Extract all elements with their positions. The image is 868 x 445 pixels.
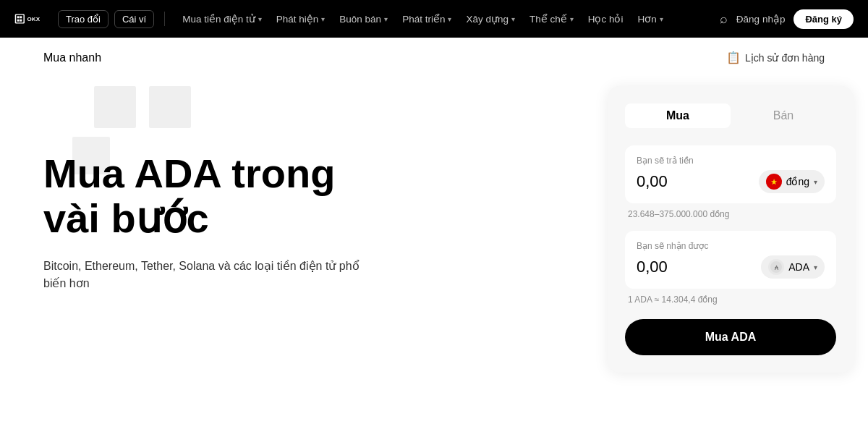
page-header: Mua nhanh 📋 Lịch sử đơn hàng bbox=[0, 38, 868, 64]
chevron-down-icon: ▾ bbox=[384, 15, 388, 23]
nav-right: ⌕ Đăng nhập Đăng ký bbox=[720, 9, 854, 29]
nav-item-more[interactable]: Hơn ▾ bbox=[630, 13, 670, 25]
nav-item-discover[interactable]: Phát hiện ▾ bbox=[269, 13, 333, 25]
nav-item-trade[interactable]: Buôn bán ▾ bbox=[332, 14, 395, 25]
navbar: OKX Trao đổi Cái ví Mua tiền điện tử ▾ P… bbox=[0, 0, 868, 38]
wallet-button[interactable]: Cái ví bbox=[114, 10, 154, 28]
hero-text: Mua ADA trong vài bước Bitcoin, Ethereum… bbox=[43, 151, 550, 292]
chevron-down-icon: ▾ bbox=[511, 15, 515, 23]
exchange-button[interactable]: Trao đổi bbox=[58, 10, 109, 28]
chevron-down-icon: ▾ bbox=[660, 15, 663, 23]
tab-sell[interactable]: Bán bbox=[731, 103, 836, 128]
hero-section: Mua ADA trong vài bước Bitcoin, Ethereum… bbox=[0, 64, 593, 445]
nav-item-institution[interactable]: Thể chế ▾ bbox=[522, 13, 581, 25]
register-button[interactable]: Đăng ký bbox=[793, 9, 854, 29]
chevron-down-icon: ▾ bbox=[258, 15, 262, 23]
svg-rect-3 bbox=[20, 16, 22, 18]
receive-label: Bạn sẽ nhận được bbox=[637, 241, 825, 251]
pay-currency-selector[interactable]: đồng ▾ bbox=[759, 170, 825, 193]
nav-item-buy[interactable]: Mua tiền điện tử ▾ bbox=[175, 13, 269, 25]
receive-input[interactable] bbox=[637, 258, 723, 276]
receive-input-group: Bạn sẽ nhận được ₳ ADA ▾ bbox=[625, 231, 836, 289]
nav-item-develop[interactable]: Phát triển ▾ bbox=[395, 13, 459, 25]
chevron-down-icon: ▾ bbox=[321, 15, 325, 23]
svg-text:OKX: OKX bbox=[27, 16, 41, 22]
deco-square-1 bbox=[94, 86, 136, 128]
order-history-label: Lịch sử đơn hàng bbox=[745, 52, 825, 64]
login-link[interactable]: Đăng nhập bbox=[736, 13, 786, 25]
trade-card: Mua Bán Bạn sẽ trả tiền bbox=[608, 86, 854, 373]
trade-card-container: Mua Bán Bạn sẽ trả tiền bbox=[593, 64, 868, 445]
order-history-icon: 📋 bbox=[726, 51, 741, 64]
receive-input-row: ₳ ADA ▾ bbox=[637, 255, 825, 279]
pay-currency-chevron-icon: ▾ bbox=[814, 178, 817, 186]
pay-input[interactable] bbox=[637, 172, 723, 191]
receive-currency-chevron-icon: ▾ bbox=[814, 263, 817, 271]
svg-rect-4 bbox=[17, 20, 20, 22]
receive-currency-selector[interactable]: ₳ ADA ▾ bbox=[761, 255, 825, 279]
pay-range-hint: 23.648–375.000.000 đồng bbox=[625, 209, 836, 219]
pay-input-row: đồng ▾ bbox=[637, 170, 825, 193]
pay-label: Bạn sẽ trả tiền bbox=[637, 156, 825, 166]
content-area: Mua ADA trong vài bước Bitcoin, Ethereum… bbox=[0, 64, 868, 445]
rate-hint: 1 ADA ≈ 14.304,4 đồng bbox=[625, 294, 836, 305]
chevron-down-icon: ▾ bbox=[570, 15, 574, 23]
receive-currency-name: ADA bbox=[788, 261, 809, 273]
hero-title: Mua ADA trong vài bước bbox=[43, 151, 550, 240]
deco-squares bbox=[94, 86, 191, 128]
ada-icon: ₳ bbox=[768, 259, 784, 275]
nav-item-learn[interactable]: Học hỏi bbox=[581, 13, 631, 25]
svg-rect-2 bbox=[17, 16, 20, 18]
nav-menu: Mua tiền điện tử ▾ Phát hiện ▾ Buôn bán … bbox=[175, 13, 714, 25]
pay-input-group: Bạn sẽ trả tiền đồng ▾ bbox=[625, 145, 836, 203]
deco-square-2 bbox=[149, 86, 191, 128]
search-icon[interactable]: ⌕ bbox=[720, 12, 728, 27]
vnd-flag-icon bbox=[766, 174, 782, 190]
logo[interactable]: OKX bbox=[14, 12, 46, 26]
order-history-link[interactable]: 📋 Lịch sử đơn hàng bbox=[726, 51, 825, 64]
buy-ada-button[interactable]: Mua ADA bbox=[625, 319, 836, 355]
tab-buy[interactable]: Mua bbox=[625, 103, 731, 128]
nav-item-build[interactable]: Xây dựng ▾ bbox=[459, 13, 522, 25]
hero-subtitle: Bitcoin, Ethereum, Tether, Solana và các… bbox=[43, 258, 362, 292]
nav-divider bbox=[164, 12, 165, 26]
svg-rect-5 bbox=[20, 20, 22, 22]
card-tabs: Mua Bán bbox=[625, 103, 836, 128]
page-title: Mua nhanh bbox=[43, 51, 101, 64]
chevron-down-icon: ▾ bbox=[448, 15, 451, 23]
pay-currency-name: đồng bbox=[786, 176, 809, 187]
